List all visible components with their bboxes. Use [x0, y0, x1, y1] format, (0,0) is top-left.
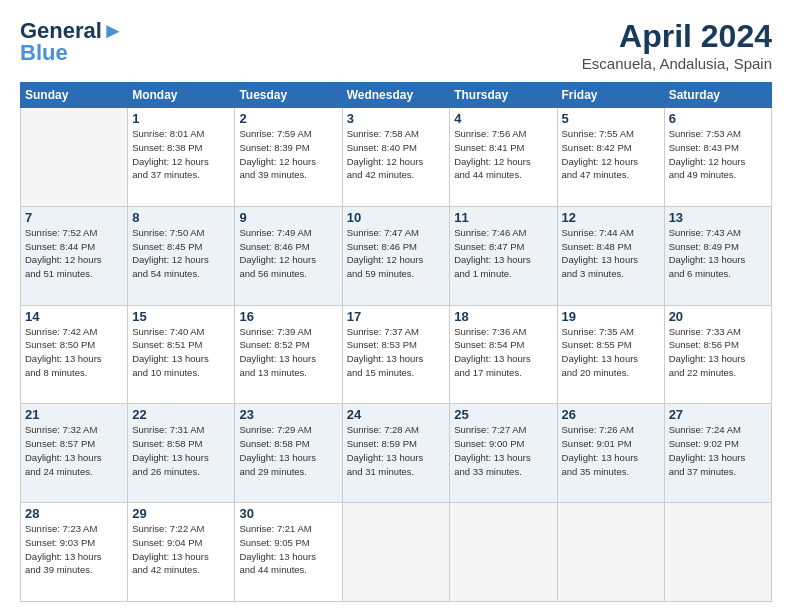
day-number: 13 [669, 210, 767, 225]
day-number: 3 [347, 111, 446, 126]
table-row: 5Sunrise: 7:55 AM Sunset: 8:42 PM Daylig… [557, 108, 664, 207]
day-info: Sunrise: 7:47 AM Sunset: 8:46 PM Dayligh… [347, 226, 446, 281]
day-info: Sunrise: 7:37 AM Sunset: 8:53 PM Dayligh… [347, 325, 446, 380]
table-row: 23Sunrise: 7:29 AM Sunset: 8:58 PM Dayli… [235, 404, 342, 503]
day-number: 10 [347, 210, 446, 225]
table-row: 3Sunrise: 7:58 AM Sunset: 8:40 PM Daylig… [342, 108, 450, 207]
header: General► Blue April 2024 Escanuela, Anda… [20, 18, 772, 72]
table-row: 1Sunrise: 8:01 AM Sunset: 8:38 PM Daylig… [128, 108, 235, 207]
table-row: 9Sunrise: 7:49 AM Sunset: 8:46 PM Daylig… [235, 206, 342, 305]
table-row [664, 503, 771, 602]
day-info: Sunrise: 7:39 AM Sunset: 8:52 PM Dayligh… [239, 325, 337, 380]
table-row: 18Sunrise: 7:36 AM Sunset: 8:54 PM Dayli… [450, 305, 557, 404]
day-info: Sunrise: 7:49 AM Sunset: 8:46 PM Dayligh… [239, 226, 337, 281]
header-row: Sunday Monday Tuesday Wednesday Thursday… [21, 83, 772, 108]
day-info: Sunrise: 7:33 AM Sunset: 8:56 PM Dayligh… [669, 325, 767, 380]
table-row: 22Sunrise: 7:31 AM Sunset: 8:58 PM Dayli… [128, 404, 235, 503]
day-number: 21 [25, 407, 123, 422]
calendar-week-row: 21Sunrise: 7:32 AM Sunset: 8:57 PM Dayli… [21, 404, 772, 503]
day-info: Sunrise: 7:43 AM Sunset: 8:49 PM Dayligh… [669, 226, 767, 281]
logo-blue: Blue [20, 40, 68, 66]
table-row: 16Sunrise: 7:39 AM Sunset: 8:52 PM Dayli… [235, 305, 342, 404]
table-row [557, 503, 664, 602]
day-number: 9 [239, 210, 337, 225]
day-number: 16 [239, 309, 337, 324]
table-row: 14Sunrise: 7:42 AM Sunset: 8:50 PM Dayli… [21, 305, 128, 404]
day-number: 26 [562, 407, 660, 422]
day-info: Sunrise: 7:32 AM Sunset: 8:57 PM Dayligh… [25, 423, 123, 478]
table-row: 13Sunrise: 7:43 AM Sunset: 8:49 PM Dayli… [664, 206, 771, 305]
day-number: 25 [454, 407, 552, 422]
table-row: 19Sunrise: 7:35 AM Sunset: 8:55 PM Dayli… [557, 305, 664, 404]
calendar-table: Sunday Monday Tuesday Wednesday Thursday… [20, 82, 772, 602]
table-row: 15Sunrise: 7:40 AM Sunset: 8:51 PM Dayli… [128, 305, 235, 404]
day-info: Sunrise: 7:56 AM Sunset: 8:41 PM Dayligh… [454, 127, 552, 182]
day-info: Sunrise: 7:26 AM Sunset: 9:01 PM Dayligh… [562, 423, 660, 478]
table-row: 24Sunrise: 7:28 AM Sunset: 8:59 PM Dayli… [342, 404, 450, 503]
day-info: Sunrise: 7:23 AM Sunset: 9:03 PM Dayligh… [25, 522, 123, 577]
calendar-week-row: 7Sunrise: 7:52 AM Sunset: 8:44 PM Daylig… [21, 206, 772, 305]
table-row [450, 503, 557, 602]
day-number: 27 [669, 407, 767, 422]
day-number: 17 [347, 309, 446, 324]
day-number: 6 [669, 111, 767, 126]
col-wednesday: Wednesday [342, 83, 450, 108]
day-info: Sunrise: 7:29 AM Sunset: 8:58 PM Dayligh… [239, 423, 337, 478]
day-number: 11 [454, 210, 552, 225]
col-saturday: Saturday [664, 83, 771, 108]
day-number: 30 [239, 506, 337, 521]
day-info: Sunrise: 7:42 AM Sunset: 8:50 PM Dayligh… [25, 325, 123, 380]
title-block: April 2024 Escanuela, Andalusia, Spain [582, 18, 772, 72]
day-number: 22 [132, 407, 230, 422]
day-info: Sunrise: 7:58 AM Sunset: 8:40 PM Dayligh… [347, 127, 446, 182]
col-sunday: Sunday [21, 83, 128, 108]
table-row: 6Sunrise: 7:53 AM Sunset: 8:43 PM Daylig… [664, 108, 771, 207]
day-number: 4 [454, 111, 552, 126]
table-row: 28Sunrise: 7:23 AM Sunset: 9:03 PM Dayli… [21, 503, 128, 602]
day-number: 20 [669, 309, 767, 324]
table-row: 17Sunrise: 7:37 AM Sunset: 8:53 PM Dayli… [342, 305, 450, 404]
calendar-subtitle: Escanuela, Andalusia, Spain [582, 55, 772, 72]
day-number: 19 [562, 309, 660, 324]
day-number: 2 [239, 111, 337, 126]
page: General► Blue April 2024 Escanuela, Anda… [0, 0, 792, 612]
logo: General► Blue [20, 18, 124, 66]
calendar-title: April 2024 [582, 18, 772, 55]
table-row: 12Sunrise: 7:44 AM Sunset: 8:48 PM Dayli… [557, 206, 664, 305]
table-row: 29Sunrise: 7:22 AM Sunset: 9:04 PM Dayli… [128, 503, 235, 602]
table-row: 30Sunrise: 7:21 AM Sunset: 9:05 PM Dayli… [235, 503, 342, 602]
day-info: Sunrise: 7:46 AM Sunset: 8:47 PM Dayligh… [454, 226, 552, 281]
day-info: Sunrise: 7:59 AM Sunset: 8:39 PM Dayligh… [239, 127, 337, 182]
day-info: Sunrise: 7:27 AM Sunset: 9:00 PM Dayligh… [454, 423, 552, 478]
calendar-week-row: 1Sunrise: 8:01 AM Sunset: 8:38 PM Daylig… [21, 108, 772, 207]
day-info: Sunrise: 7:21 AM Sunset: 9:05 PM Dayligh… [239, 522, 337, 577]
col-thursday: Thursday [450, 83, 557, 108]
col-monday: Monday [128, 83, 235, 108]
table-row: 2Sunrise: 7:59 AM Sunset: 8:39 PM Daylig… [235, 108, 342, 207]
table-row: 27Sunrise: 7:24 AM Sunset: 9:02 PM Dayli… [664, 404, 771, 503]
day-number: 14 [25, 309, 123, 324]
day-number: 8 [132, 210, 230, 225]
table-row [342, 503, 450, 602]
day-number: 1 [132, 111, 230, 126]
day-info: Sunrise: 7:40 AM Sunset: 8:51 PM Dayligh… [132, 325, 230, 380]
day-info: Sunrise: 7:53 AM Sunset: 8:43 PM Dayligh… [669, 127, 767, 182]
day-info: Sunrise: 8:01 AM Sunset: 8:38 PM Dayligh… [132, 127, 230, 182]
table-row: 10Sunrise: 7:47 AM Sunset: 8:46 PM Dayli… [342, 206, 450, 305]
day-info: Sunrise: 7:31 AM Sunset: 8:58 PM Dayligh… [132, 423, 230, 478]
day-info: Sunrise: 7:24 AM Sunset: 9:02 PM Dayligh… [669, 423, 767, 478]
day-info: Sunrise: 7:52 AM Sunset: 8:44 PM Dayligh… [25, 226, 123, 281]
day-info: Sunrise: 7:44 AM Sunset: 8:48 PM Dayligh… [562, 226, 660, 281]
table-row: 8Sunrise: 7:50 AM Sunset: 8:45 PM Daylig… [128, 206, 235, 305]
day-info: Sunrise: 7:22 AM Sunset: 9:04 PM Dayligh… [132, 522, 230, 577]
table-row: 26Sunrise: 7:26 AM Sunset: 9:01 PM Dayli… [557, 404, 664, 503]
day-number: 23 [239, 407, 337, 422]
col-friday: Friday [557, 83, 664, 108]
table-row: 21Sunrise: 7:32 AM Sunset: 8:57 PM Dayli… [21, 404, 128, 503]
day-info: Sunrise: 7:55 AM Sunset: 8:42 PM Dayligh… [562, 127, 660, 182]
day-number: 28 [25, 506, 123, 521]
table-row: 25Sunrise: 7:27 AM Sunset: 9:00 PM Dayli… [450, 404, 557, 503]
day-number: 29 [132, 506, 230, 521]
day-number: 24 [347, 407, 446, 422]
day-number: 18 [454, 309, 552, 324]
